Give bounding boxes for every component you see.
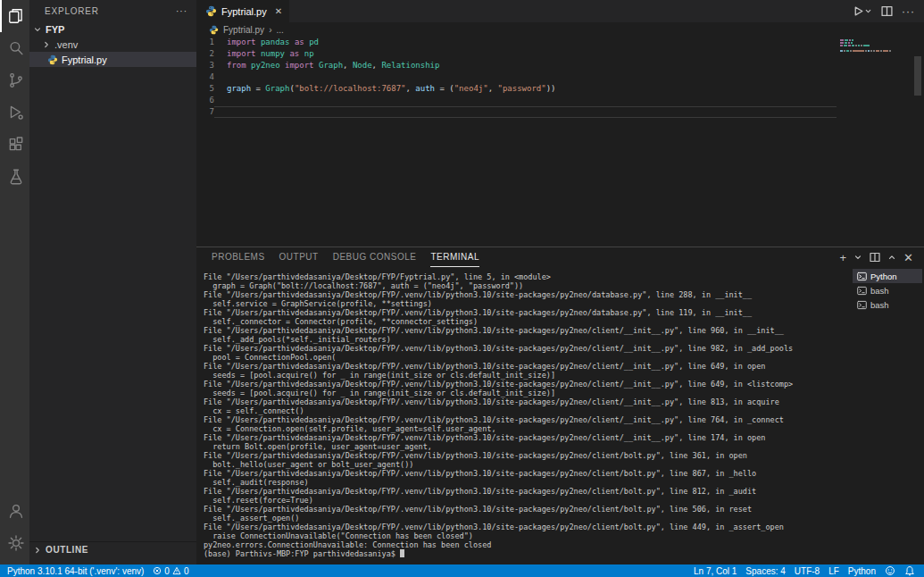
terminal-line: self._add_pools(*self._initial_routers) <box>204 335 851 344</box>
terminal-line: File "/Users/parthivdedasaniya/Desktop/F… <box>204 487 851 496</box>
editor-group: Fyptrial.py ✕ ··· Fyptrial.py › ... 1imp… <box>196 0 924 247</box>
tab-label: Fyptrial.py <box>221 6 267 17</box>
code-line: 1import pandas as pd <box>196 37 924 48</box>
gear-icon <box>7 534 25 552</box>
code-line: 3from py2neo import Graph, Node, Relatio… <box>196 60 924 71</box>
activity-accounts[interactable] <box>0 495 29 527</box>
breadcrumb-file[interactable]: Fyptrial.py <box>223 25 264 35</box>
terminal-line: cx = Connection.open(self.profile, user_… <box>204 424 851 433</box>
terminal-line: File "/Users/parthivdedasaniya/Desktop/F… <box>204 290 851 299</box>
feedback-icon[interactable] <box>885 565 895 576</box>
activity-settings[interactable] <box>0 527 29 559</box>
activity-search[interactable] <box>0 32 29 64</box>
editor-scrollbar[interactable] <box>914 56 921 96</box>
code-editor[interactable]: 1import pandas as pd2import numpy as np3… <box>196 37 924 247</box>
terminal-item-bash[interactable]: bash <box>853 283 922 297</box>
terminal-line: File "/Users/parthivdedasaniya/Desktop/F… <box>204 344 851 353</box>
python-file-icon <box>209 25 219 35</box>
close-tab-icon[interactable]: ✕ <box>275 6 282 16</box>
terminal-item-bash[interactable]: bash <box>853 297 922 312</box>
breadcrumb[interactable]: Fyptrial.py › ... <box>196 22 924 37</box>
terminal-line: File "/Users/parthivdedasaniya/Desktop/F… <box>204 451 851 460</box>
code-line: 2import numpy as np <box>196 48 924 60</box>
activity-testing[interactable] <box>0 161 29 193</box>
python-file-icon <box>205 5 217 17</box>
new-terminal-button[interactable]: + <box>840 252 847 263</box>
editor-tab-fyptrial-py[interactable]: Fyptrial.py ✕ <box>196 0 289 22</box>
terminal[interactable]: File "/Users/parthivdedasaniya/Desktop/F… <box>196 267 851 564</box>
more-actions-icon[interactable]: ··· <box>176 6 187 16</box>
split-editor-button[interactable] <box>881 5 893 17</box>
terminal-line: File "/Users/parthivdedasaniya/Desktop/F… <box>204 362 851 371</box>
code-line: 7 <box>196 106 924 118</box>
terminal-cursor <box>400 549 404 557</box>
terminal-output: File "/Users/parthivdedasaniya/Desktop/F… <box>196 267 851 558</box>
cursor-position-item[interactable]: Ln 7, Col 1 <box>694 566 737 576</box>
files-icon <box>7 7 25 25</box>
code-line: 5graph = Graph("bolt://localhost:7687", … <box>196 83 924 95</box>
bottom-panel: PROBLEMSOUTPUTDEBUG CONSOLETERMINAL + ✕ … <box>196 247 924 564</box>
source-control-icon <box>7 71 25 89</box>
activity-explorer[interactable] <box>0 0 29 32</box>
error-icon <box>153 566 162 575</box>
vscode-window: EXPLORER ··· FYP .venv Fyptrial.py OUTLI… <box>0 0 924 577</box>
breadcrumb-tail[interactable]: ... <box>276 25 283 35</box>
tree-item-venv[interactable]: .venv <box>29 37 196 52</box>
terminal-line: self.reset(force=True) <box>204 496 851 505</box>
language-mode-item[interactable]: Python <box>848 566 876 576</box>
code-line: 6 <box>196 95 924 106</box>
terminal-line: File "/Users/parthivdedasaniya/Desktop/F… <box>204 433 851 442</box>
notifications-bell-icon[interactable] <box>904 565 915 576</box>
terminal-line: graph = Graph("bolt://localhost:7687", a… <box>204 281 851 290</box>
problems-item[interactable]: 0 0 <box>153 566 188 576</box>
panel-tab-problems[interactable]: PROBLEMS <box>212 247 265 267</box>
terminal-list: Pythonbashbash <box>853 269 922 312</box>
terminal-line: bolt._hello(user_agent or bolt_user_agen… <box>204 460 851 469</box>
editor-more-actions-icon[interactable]: ··· <box>902 5 915 18</box>
explorer-sidebar: EXPLORER ··· FYP .venv Fyptrial.py OUTLI… <box>29 0 196 564</box>
eol-item[interactable]: LF <box>828 566 839 576</box>
outline-section[interactable]: OUTLINE <box>29 541 196 557</box>
terminal-line: py2neo.errors.ConnectionUnavailable: Con… <box>204 540 851 549</box>
encoding-item[interactable]: UTF-8 <box>795 566 820 576</box>
tree-root-fyp[interactable]: FYP <box>29 21 196 37</box>
terminal-line: self.service = GraphService(profile, **s… <box>204 299 851 308</box>
activity-extensions[interactable] <box>0 129 29 161</box>
terminal-line: seeds = [pool.acquire() for _ in range(i… <box>204 389 851 397</box>
panel-tabs: PROBLEMSOUTPUTDEBUG CONSOLETERMINAL <box>196 247 479 267</box>
panel-tab-output[interactable]: OUTPUT <box>279 247 319 267</box>
extensions-icon <box>7 136 25 154</box>
indentation-item[interactable]: Spaces: 4 <box>745 566 785 576</box>
terminal-line: File "/Users/parthivdedasaniya/Desktop/F… <box>204 505 851 514</box>
editor-tab-bar: Fyptrial.py ✕ ··· <box>196 0 924 22</box>
tree-item-fyptrial-py[interactable]: Fyptrial.py <box>29 52 196 67</box>
terminal-line: File "/Users/parthivdedasaniya/Desktop/F… <box>204 523 851 531</box>
chevron-down-icon <box>33 25 42 34</box>
activity-source-control[interactable] <box>0 64 29 96</box>
sidebar-title: EXPLORER <box>45 6 99 16</box>
split-terminal-button[interactable] <box>870 252 880 263</box>
activity-run-and-debug[interactable] <box>0 96 29 129</box>
terminal-line: cx = self._connect() <box>204 406 851 415</box>
code-line: 4 <box>196 71 924 83</box>
maximize-panel-icon[interactable] <box>887 253 896 262</box>
run-button[interactable] <box>853 5 872 17</box>
terminal-item-python[interactable]: Python <box>853 269 922 283</box>
terminal-line: File "/Users/parthivdedasaniya/Desktop/F… <box>204 397 851 406</box>
terminal-line: File "/Users/parthivdedasaniya/Desktop/F… <box>204 326 851 335</box>
panel-tab-debug-console[interactable]: DEBUG CONSOLE <box>333 247 417 267</box>
terminal-line: self._assert_open() <box>204 514 851 523</box>
terminal-line: return Bolt.open(profile, user_agent=use… <box>204 442 851 451</box>
minimap[interactable] <box>840 39 901 58</box>
chevron-right-icon <box>33 546 42 555</box>
run-debug-icon <box>7 104 25 121</box>
panel-tab-terminal[interactable]: TERMINAL <box>430 247 479 267</box>
account-icon <box>7 502 25 520</box>
close-panel-icon[interactable]: ✕ <box>903 252 913 263</box>
terminal-dropdown-icon[interactable] <box>853 253 862 262</box>
python-interpreter-item[interactable]: Python 3.10.1 64-bit ('.venv': venv) <box>7 566 144 576</box>
terminal-line: raise ConnectionUnavailable("Connection … <box>204 531 851 540</box>
terminal-line: File "/Users/parthivdedasaniya/Desktop/F… <box>204 272 851 281</box>
chevron-right-icon <box>42 40 51 49</box>
terminal-line: File "/Users/parthivdedasaniya/Desktop/F… <box>204 308 851 317</box>
